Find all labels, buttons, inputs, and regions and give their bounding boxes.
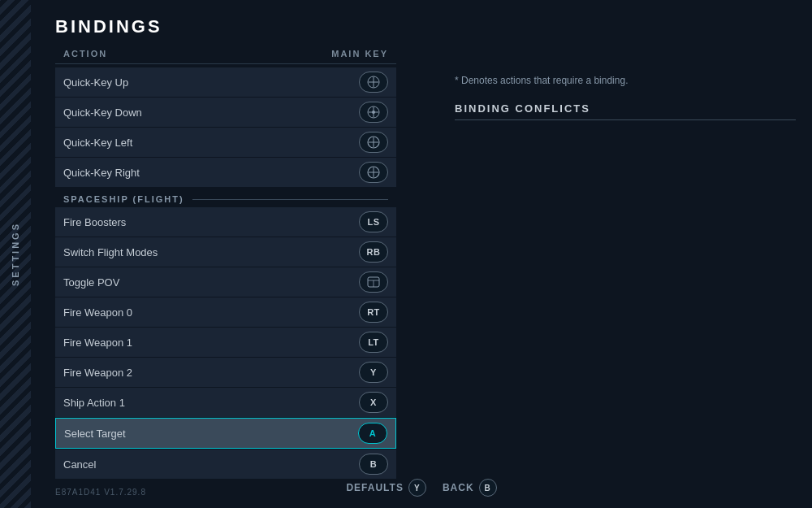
key-label: Y — [370, 367, 377, 377]
key-label: RB — [367, 247, 381, 257]
binding-item-fire-weapon-2[interactable]: Fire Weapon 2 Y — [55, 358, 396, 387]
bottom-bar: DEFAULTS Y BACK B — [31, 479, 812, 497]
binding-item-quick-key-left[interactable]: Quick-Key Left — [55, 128, 396, 157]
right-panel: * Denotes actions that require a binding… — [455, 75, 796, 128]
key-badge: B — [359, 454, 388, 475]
section-label: SPACESHIP (FLIGHT) — [63, 194, 184, 204]
binding-item-toggle-pov[interactable]: Toggle POV — [55, 267, 396, 297]
binding-item-cancel[interactable]: Cancel B — [55, 449, 396, 479]
key-badge: LT — [359, 332, 388, 353]
binding-note: * Denotes actions that require a binding… — [455, 75, 796, 86]
binding-item-quick-key-down[interactable]: Quick-Key Down — [55, 98, 396, 127]
action-name: Quick-Key Left — [63, 137, 132, 149]
section-divider — [192, 199, 388, 200]
conflicts-section: BINDING CONFLICTS — [455, 102, 796, 120]
binding-item-ship-action-1[interactable]: Ship Action 1 X — [55, 388, 396, 417]
action-name: Fire Weapon 0 — [63, 306, 132, 319]
action-name: Fire Boosters — [63, 216, 126, 228]
key-label: LT — [368, 337, 379, 347]
key-label: X — [370, 397, 377, 407]
key-badge: Y — [359, 362, 388, 383]
back-action[interactable]: BACK B — [443, 479, 497, 497]
key-badge: RT — [359, 302, 388, 323]
binding-item-quick-key-up[interactable]: Quick-Key Up — [55, 67, 396, 97]
key-badge-selected: A — [358, 423, 387, 444]
action-name: Quick-Key Down — [63, 106, 142, 119]
key-label: RT — [367, 307, 380, 317]
action-name: Switch Flight Modes — [63, 246, 158, 258]
sidebar: SETTINGS — [0, 0, 31, 508]
conflicts-divider — [455, 119, 796, 120]
binding-item-select-target[interactable]: Select Target A — [55, 418, 396, 449]
binding-item-switch-flight-modes[interactable]: Switch Flight Modes RB — [55, 237, 396, 267]
col-action-header: ACTION — [63, 49, 107, 59]
action-name: Fire Weapon 2 — [63, 367, 132, 379]
key-badge: X — [359, 392, 388, 413]
action-name: Quick-Key Right — [63, 167, 140, 179]
key-badge — [359, 271, 388, 293]
key-badge — [359, 132, 388, 153]
key-badge: RB — [359, 241, 388, 263]
binding-item-fire-weapon-0[interactable]: Fire Weapon 0 RT — [55, 297, 396, 327]
key-badge — [359, 162, 388, 183]
key-label: LS — [367, 217, 379, 227]
column-headers: ACTION MAIN KEY — [55, 49, 396, 64]
action-name: Fire Weapon 1 — [63, 336, 132, 349]
col-mainkey-header: MAIN KEY — [331, 49, 388, 59]
binding-item-fire-boosters[interactable]: Fire Boosters LS — [55, 207, 396, 237]
key-label: A — [369, 428, 376, 438]
key-badge — [359, 72, 388, 93]
bottom-actions: DEFAULTS Y BACK B — [346, 479, 496, 497]
left-panel: ACTION MAIN KEY Quick-Key Up Quick-Key D… — [55, 49, 396, 467]
back-label: BACK — [443, 482, 474, 493]
binding-item-fire-weapon-1[interactable]: Fire Weapon 1 LT — [55, 328, 396, 357]
defaults-action[interactable]: DEFAULTS Y — [346, 479, 425, 497]
action-name: Toggle POV — [63, 276, 119, 289]
action-name: Cancel — [63, 458, 96, 471]
binding-item-quick-key-right[interactable]: Quick-Key Right — [55, 158, 396, 187]
section-header-spaceship: SPACESHIP (FLIGHT) — [55, 188, 396, 206]
key-badge — [359, 102, 388, 123]
conflicts-title: BINDING CONFLICTS — [455, 102, 796, 115]
action-name: Quick-Key Up — [63, 76, 128, 89]
back-key-badge: B — [479, 479, 497, 497]
svg-point-6 — [372, 111, 375, 114]
action-name: Ship Action 1 — [63, 397, 125, 409]
page-title: BINDINGS — [55, 16, 788, 37]
key-label: B — [370, 459, 377, 469]
defaults-key-badge: Y — [408, 479, 426, 497]
action-name: Select Target — [64, 428, 126, 440]
key-badge: LS — [359, 211, 388, 232]
binding-list: Quick-Key Up Quick-Key Down — [55, 67, 396, 479]
sidebar-label: SETTINGS — [11, 222, 20, 286]
defaults-label: DEFAULTS — [346, 482, 403, 493]
